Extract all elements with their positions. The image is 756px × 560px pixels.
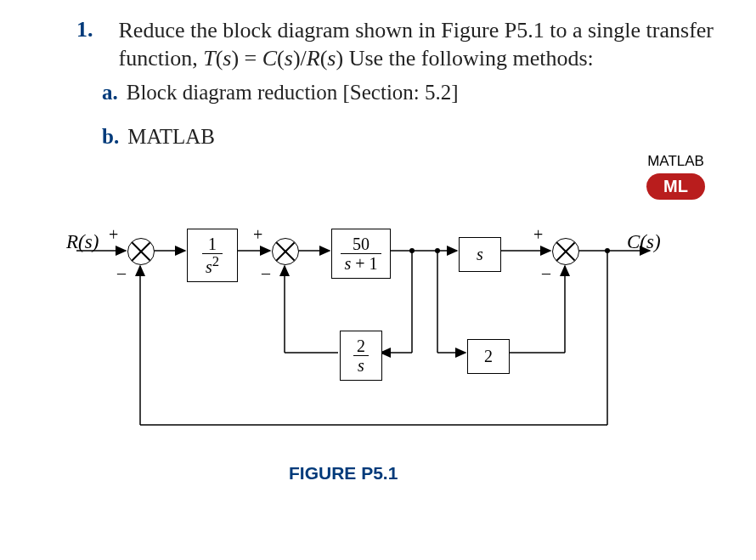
- problem-line3: Use the following methods:: [343, 46, 594, 71]
- sum2-plus: +: [253, 225, 262, 245]
- problem-formula: T: [203, 46, 215, 71]
- sum3-plus: +: [533, 225, 543, 245]
- problem-line1: Reduce the block diagram shown in Figure…: [119, 18, 583, 42]
- block-h1-num: 2: [353, 337, 369, 356]
- sum3-minus: –: [542, 263, 550, 283]
- item-text-a: Block diagram reduction [Section: 5.2]: [127, 81, 459, 105]
- block-g3: s: [459, 237, 501, 272]
- output-label: C(s): [627, 231, 661, 253]
- summing-junction-2: [272, 238, 299, 265]
- block-g2-num: 50: [341, 235, 381, 254]
- block-g2: 50 s + 1: [331, 229, 391, 279]
- input-label: R(s): [66, 231, 99, 253]
- matlab-badge: ML: [646, 173, 705, 200]
- item-letter-a: a.: [102, 81, 118, 105]
- sum1-minus: –: [117, 263, 126, 283]
- item-text-b: MATLAB: [127, 125, 215, 149]
- matlab-badge-group: MATLAB ML: [646, 153, 705, 200]
- block-g1-num: 1: [202, 235, 223, 254]
- item-letter-b: b.: [102, 125, 119, 149]
- sub-item-b: b. MATLAB: [102, 125, 714, 149]
- block-g1-den: s2: [202, 254, 223, 276]
- block-h1: 2 s: [340, 331, 382, 381]
- sum2-minus: –: [262, 263, 270, 283]
- summing-junction-1: [127, 238, 155, 265]
- summing-junction-3: [552, 238, 579, 265]
- block-h1-den: s: [353, 356, 369, 375]
- sum1-plus: +: [109, 225, 118, 245]
- block-h2: 2: [467, 339, 510, 374]
- problem-number: 1.: [76, 17, 93, 42]
- block-diagram: R(s) + – 1 s2 + – 50 s + 1 s + – C(s) 2 …: [17, 217, 654, 489]
- figure-caption: FIGURE P5.1: [289, 463, 398, 484]
- block-g2-den: s + 1: [341, 254, 381, 273]
- sub-item-a: a. Block diagram reduction [Section: 5.2…: [102, 81, 714, 105]
- matlab-label: MATLAB: [646, 153, 705, 170]
- block-g1: 1 s2: [187, 229, 238, 282]
- problem-statement: Reduce the block diagram shown in Figure…: [119, 17, 714, 72]
